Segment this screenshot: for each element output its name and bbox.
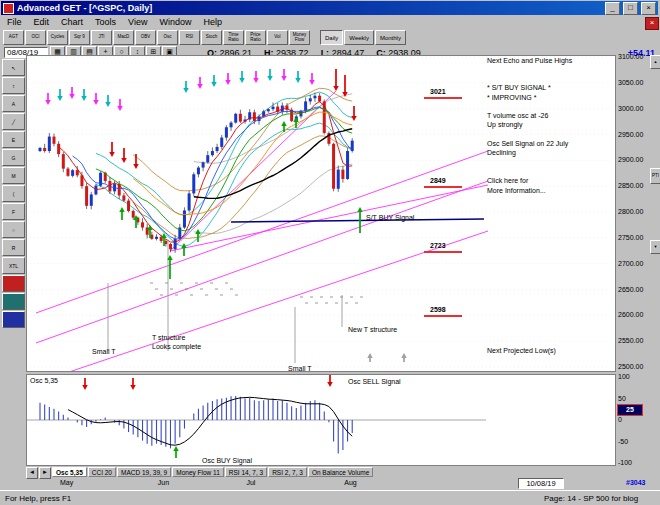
toolbar-button-money-flow[interactable]: Money Flow	[289, 30, 310, 45]
toolbar-button-jti[interactable]: JTI	[91, 30, 112, 45]
price-level-label: 2849	[430, 177, 446, 184]
tab-on-balance-volume[interactable]: On Balance Volume	[308, 467, 373, 477]
osc-axis-tick: 100	[618, 373, 630, 380]
price-level-marker	[424, 315, 462, 317]
drawing-toolbar: ↖↕A╱EGM(F○RXTL	[1, 58, 26, 488]
annotation-next-low: Next Projected Low(s)	[487, 347, 556, 354]
main-toolbar: AGTOCICyclesSqr 9JTIMacDOBVOscRSIStochTi…	[1, 29, 658, 46]
menu-chart[interactable]: Chart	[55, 16, 89, 29]
gann-tool-icon[interactable]: G	[2, 149, 25, 166]
annotation-buy-signal: * S/T BUY SIGNAL *	[487, 84, 551, 91]
toolbar-button-osc[interactable]: Osc	[157, 30, 178, 45]
price-axis-tick: 2650.00	[618, 286, 643, 293]
annotation-small-t-2: Small T	[288, 365, 312, 372]
close-button[interactable]: ×	[641, 2, 656, 15]
pti-button[interactable]: PTI	[650, 168, 660, 184]
text-tool-icon[interactable]: A	[2, 95, 25, 112]
teal-swatch[interactable]	[2, 293, 25, 310]
oscillator-canvas[interactable]	[26, 374, 616, 466]
toolbar-button-stoch[interactable]: Stoch	[201, 30, 222, 45]
fibonacci-tool-icon[interactable]: F	[2, 203, 25, 220]
annotation-t-structure: T structure	[152, 334, 185, 341]
tab-rsi-14-7-3[interactable]: RSI 14, 7, 3	[225, 467, 267, 477]
scroll-up-button[interactable]: ▲	[650, 55, 660, 69]
status-page-text: Page: 14 - SP 500 for blog	[544, 494, 638, 503]
elliott-wave-tool-icon[interactable]: E	[2, 131, 25, 148]
toolbar-button-agt[interactable]: AGT	[3, 30, 24, 45]
toolbar-button-sqr-9[interactable]: Sqr 9	[69, 30, 90, 45]
period-button-weekly[interactable]: Weekly	[344, 30, 374, 45]
osc-value-badge: 25	[617, 404, 643, 416]
osc-axis-tick: -50	[618, 438, 628, 445]
status-bar: For Help, press F1 Page: 14 - SP 500 for…	[0, 490, 660, 505]
auto-scroll-tool-icon[interactable]: ↕	[2, 77, 25, 94]
toolbar-button-vol[interactable]: Vol	[267, 30, 288, 45]
menu-file[interactable]: File	[1, 16, 28, 29]
annotation-click-here-link[interactable]: Click here for	[487, 177, 528, 184]
tab-money-flow-11[interactable]: Money Flow 11	[172, 467, 224, 477]
toolbar-button-oci[interactable]: OCI	[25, 30, 46, 45]
toolbar-button-obv[interactable]: OBV	[135, 30, 156, 45]
annotation-t-volume: T volume osc at -26	[487, 112, 548, 119]
price-axis-tick: 2600.00	[618, 311, 643, 318]
tab-osc-5-35[interactable]: Osc 5,35	[52, 467, 87, 477]
red-swatch[interactable]	[2, 275, 25, 292]
toolbar-button-time-ratio[interactable]: Time Ratio	[223, 30, 244, 45]
toolbar-button-price-ratio[interactable]: Price Ratio	[245, 30, 266, 45]
x-axis-month-aug: Aug	[344, 479, 356, 486]
menu-bar: FileEditChartToolsViewWindowHelp	[1, 16, 641, 29]
annotation-looks-complete: Looks complete	[152, 343, 201, 350]
price-level-label: 2723	[430, 242, 446, 249]
menu-view[interactable]: View	[122, 16, 153, 29]
price-level-label: 2598	[430, 306, 446, 313]
annotation-more-info-link[interactable]: More Information...	[487, 187, 546, 194]
blue-swatch[interactable]	[2, 311, 25, 328]
period-button-monthly[interactable]: Monthly	[375, 30, 406, 45]
price-axis-tick: 2800.00	[618, 208, 643, 215]
oscillator-title: Osc 5,35	[30, 377, 58, 384]
scroll-down-button[interactable]: ▼	[650, 240, 660, 254]
app-icon	[3, 3, 14, 14]
annotation-new-t: New T structure	[348, 326, 397, 333]
price-axis-tick: 2700.00	[618, 260, 643, 267]
pointer-tool-icon[interactable]: ↖	[2, 59, 25, 76]
price-axis-tick: 2850.00	[618, 182, 643, 189]
maximize-button[interactable]: □	[623, 2, 638, 15]
time-arc-tool-icon[interactable]: (	[2, 185, 25, 202]
trendline-tool-icon[interactable]: ╱	[2, 113, 25, 130]
app-window: { "window": { "title": "Advanced GET - […	[0, 0, 660, 505]
ellipse-tool-icon[interactable]: ○	[2, 221, 25, 238]
period-button-daily[interactable]: Daily	[320, 30, 343, 45]
menu-edit[interactable]: Edit	[28, 16, 56, 29]
x-axis-month-jun: Jun	[158, 479, 169, 486]
mob-tool-icon[interactable]: M	[2, 167, 25, 184]
price-level-marker	[424, 251, 462, 253]
menu-help[interactable]: Help	[197, 16, 228, 29]
tab-macd-19-39-9[interactable]: MACD 19, 39, 9	[117, 467, 171, 477]
tab-cci-20[interactable]: CCI 20	[88, 467, 116, 477]
bar-count-label: #3043	[626, 479, 645, 486]
annotation-osc-sell-signal: Osc SELL Signal	[348, 378, 401, 385]
price-axis-tick: 3000.00	[618, 105, 643, 112]
price-axis-tick: 2900.00	[618, 156, 643, 163]
annotation-improving: * IMPROVING *	[487, 94, 536, 101]
minimize-button[interactable]: _	[605, 2, 620, 15]
menu-tools[interactable]: Tools	[89, 16, 122, 29]
menu-window[interactable]: Window	[153, 16, 197, 29]
price-axis-tick: 2950.00	[618, 131, 643, 138]
price-axis-tick: 2500.00	[618, 363, 643, 370]
osc-axis-tick: 50	[618, 395, 626, 402]
tab-rsi-2-7-3[interactable]: RSI 2, 7, 3	[268, 467, 307, 477]
toolbar-button-cycles[interactable]: Cycles	[47, 30, 68, 45]
x-axis-month-jul: Jul	[246, 479, 255, 486]
x-axis: 10/08/19 #3043 MayJunJulAug	[26, 478, 660, 490]
status-help-text: For Help, press F1	[5, 494, 71, 503]
annotation-next-echo: Next Echo and Pulse Highs	[487, 57, 572, 64]
xtl-tool-icon[interactable]: XTL	[2, 257, 25, 274]
toolbar-button-macd[interactable]: MacD	[113, 30, 134, 45]
regression-tool-icon[interactable]: R	[2, 239, 25, 256]
price-chart-canvas[interactable]	[26, 55, 616, 372]
title-bar: Advanced GET - [^GSPC, Daily] _ □ ×	[1, 1, 658, 15]
window-title: Advanced GET - [^GSPC, Daily]	[17, 3, 602, 13]
toolbar-button-rsi[interactable]: RSI	[179, 30, 200, 45]
